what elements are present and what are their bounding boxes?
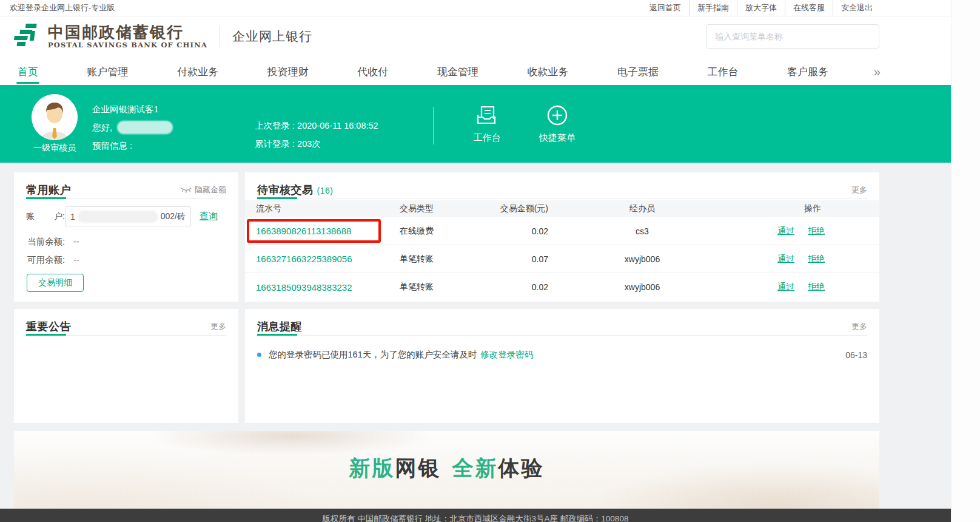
link-beginner-guide[interactable]: 新手指南: [689, 0, 737, 16]
link-safe-exit[interactable]: 安全退出: [833, 0, 881, 16]
reserved-info-label: 预留信息 :: [92, 137, 173, 155]
company-name: 企业网银测试客1: [92, 100, 173, 118]
top-utility-bar: 欢迎登录企业网上银行-专业版 返回首页 新手指南 放大字体 在线客服 安全退出: [0, 0, 980, 16]
common-accounts-panel: 常用账户 隐藏金额 账 户: 1 002/砖 查询 当前余额: [14, 172, 238, 302]
hide-amount-toggle[interactable]: 隐藏金额: [181, 185, 226, 195]
welcome-text: 欢迎登录企业网上银行-专业版: [10, 0, 115, 16]
plus-circle-icon: [546, 103, 569, 127]
message-more-link[interactable]: 更多: [851, 321, 867, 332]
promo-slogan: 新版网银全新体验: [14, 454, 879, 483]
main-nav: 首页 账户管理 付款业务 投资理财 代收付 现金管理 收款业务 电子票据 工作台…: [0, 61, 980, 85]
serial-link[interactable]: 1663185093948383232: [256, 282, 352, 293]
table-row: 1663890826113138688 在线缴费 0.02 cs3 通过 拒绝: [245, 217, 879, 245]
approve-link[interactable]: 通过: [777, 254, 794, 265]
avatar-person-icon: [32, 94, 78, 140]
account-select-field[interactable]: 1 002/砖: [65, 206, 191, 226]
transaction-type: 单笔转账: [382, 282, 485, 293]
change-password-link[interactable]: 修改登录密码: [480, 349, 533, 361]
message-item: 您的登录密码已使用161天，为了您的账户安全请及时 修改登录密码 06-13: [257, 349, 867, 361]
bank-name-cn: 中国邮政储蓄银行: [48, 24, 207, 41]
reject-link[interactable]: 拒绝: [808, 282, 825, 293]
serial-link[interactable]: 1663271663225389056: [256, 254, 352, 264]
workbench-label: 工作台: [474, 132, 501, 144]
important-notices-panel: 重要公告 更多: [14, 309, 238, 423]
title-underline: [257, 197, 297, 199]
nav-tab-e-bills[interactable]: 电子票据: [614, 61, 662, 85]
link-return-home[interactable]: 返回首页: [642, 0, 689, 16]
bank-name-en: POSTAL SAVINGS BANK OF CHINA: [48, 41, 207, 49]
menu-search-input[interactable]: [706, 24, 879, 49]
banner-divider: [433, 107, 434, 144]
scrollbar[interactable]: [951, 0, 980, 522]
col-operator: 经办员: [560, 203, 724, 214]
pending-count: (16): [317, 186, 334, 195]
available-balance-label: 可用余额:: [27, 255, 65, 265]
account-prefix: 1: [70, 212, 75, 222]
promo-banner: 新版网银全新体验: [14, 431, 879, 510]
table-row: 1663185093948383232 单笔转账 0.02 xwyjb006 通…: [245, 273, 879, 301]
nav-tab-account-management[interactable]: 账户管理: [84, 61, 132, 85]
hide-amount-label: 隐藏金额: [195, 185, 226, 195]
logo-divider: [220, 25, 220, 47]
nav-tab-customer-service[interactable]: 客户服务: [784, 61, 832, 85]
quick-menu-button[interactable]: 快捷菜单: [524, 103, 591, 144]
nav-tab-investment[interactable]: 投资理财: [264, 61, 312, 85]
total-login-text: 累计登录 : 203次: [255, 135, 378, 153]
transaction-type: 单笔转账: [382, 254, 485, 265]
link-online-service[interactable]: 在线客服: [785, 0, 833, 16]
pending-transactions-panel: 待审核交易(16) 更多 流水号 交易类型 交易金额(元) 经办员 操作 166…: [245, 172, 879, 302]
operator: xwyjb006: [560, 254, 724, 264]
greeting-text: 您好,: [92, 118, 112, 137]
quick-menu-label: 快捷菜单: [539, 132, 576, 144]
col-operation: 操作: [724, 203, 879, 214]
workbench-button[interactable]: 工作台: [454, 103, 520, 144]
header: 中国邮政储蓄银行 POSTAL SAVINGS BANK OF CHINA 企业…: [0, 16, 980, 61]
page: 欢迎登录企业网上银行-专业版 返回首页 新手指南 放大字体 在线客服 安全退出 …: [0, 0, 980, 522]
col-amount: 交易金额(元): [485, 203, 560, 214]
pending-more-link[interactable]: 更多: [851, 185, 867, 195]
col-type: 交易类型: [382, 203, 485, 214]
approve-link[interactable]: 通过: [777, 226, 794, 237]
redacted-username: [117, 121, 173, 134]
topbar-links: 返回首页 新手指南 放大字体 在线客服 安全退出: [642, 0, 881, 16]
title-underline: [26, 334, 66, 336]
avatar: [32, 94, 78, 140]
eye-closed-icon: [181, 186, 192, 194]
transaction-amount: 0.02: [485, 226, 560, 236]
serial-link[interactable]: 1663890826113138688: [256, 226, 351, 236]
message-reminders-panel: 消息提醒 更多 您的登录密码已使用161天，为了您的账户安全请及时 修改登录密码…: [245, 309, 879, 423]
transaction-detail-button[interactable]: 交易明细: [27, 274, 84, 292]
reject-link[interactable]: 拒绝: [808, 254, 825, 265]
link-enlarge-font[interactable]: 放大字体: [737, 0, 785, 16]
footer-bar: 版权所有 中国邮政储蓄银行 地址：北京市西城区金融大街3号A座 邮政编码：100…: [0, 509, 951, 522]
notice-panel-title: 重要公告: [26, 319, 71, 334]
col-serial: 流水号: [245, 203, 382, 214]
nav-tab-payment[interactable]: 付款业务: [173, 61, 222, 85]
nav-tab-receivables[interactable]: 收款业务: [523, 61, 572, 85]
operator: cs3: [560, 226, 724, 236]
notice-more-link[interactable]: 更多: [210, 321, 226, 332]
nav-tab-collection-payment[interactable]: 代收付: [354, 61, 392, 85]
title-underline: [257, 334, 297, 336]
approve-link[interactable]: 通过: [777, 282, 794, 293]
available-balance-value: --: [73, 255, 79, 265]
transaction-amount: 0.02: [485, 282, 560, 292]
nav-tab-cash-management[interactable]: 现金管理: [434, 61, 482, 85]
reject-link[interactable]: 拒绝: [808, 226, 825, 237]
table-header: 流水号 交易类型 交易金额(元) 经办员 操作: [245, 200, 879, 217]
bullet-dot-icon: [257, 353, 261, 357]
message-panel-title: 消息提醒: [257, 319, 302, 334]
user-info-banner: 一级审核员 企业网银测试客1 您好, 预留信息 : 上次登录 : 2020-06…: [0, 85, 951, 163]
last-login-text: 上次登录 : 2020-06-11 16:08:52: [255, 117, 378, 135]
pending-panel-title: 待审核交易(16): [257, 183, 333, 197]
nav-tab-workbench[interactable]: 工作台: [704, 61, 742, 85]
transaction-amount: 0.07: [485, 254, 560, 264]
message-text: 您的登录密码已使用161天，为了您的账户安全请及时: [269, 349, 477, 361]
accounts-panel-title: 常用账户: [26, 183, 71, 197]
account-suffix: 002/砖: [161, 211, 186, 222]
copyright-text: 版权所有 中国邮政储蓄银行 地址：北京市西城区金融大街3号A座 邮政编码：100…: [0, 514, 951, 522]
nav-tab-home[interactable]: 首页: [14, 61, 42, 85]
query-link[interactable]: 查询: [200, 211, 218, 222]
psbc-logo-icon: [14, 22, 42, 50]
nav-more-chevron-icon[interactable]: »: [874, 61, 879, 85]
